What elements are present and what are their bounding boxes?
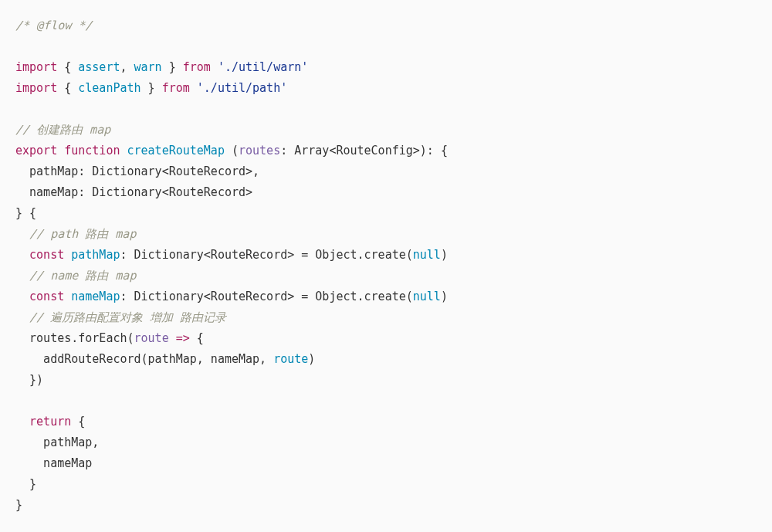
code-token: null (413, 248, 441, 262)
code-token: // path 路由 map (29, 227, 136, 241)
code-token: // 遍历路由配置对象 增加 路由记录 (29, 310, 226, 324)
code-token: const (29, 290, 64, 303)
code-token: nameMap (71, 290, 120, 303)
code-token: createRouteMap (127, 144, 225, 158)
code-token: const (29, 248, 64, 262)
code-token: // name 路由 map (29, 269, 136, 283)
code-token: import (15, 60, 57, 74)
code-token: from (162, 81, 190, 95)
code-token: route (134, 331, 169, 345)
code-token: from (183, 60, 211, 74)
code-token: function (64, 144, 120, 158)
code-token: export (15, 144, 57, 158)
code-token: // 创建路由 map (15, 123, 110, 137)
code-token: import (15, 81, 57, 95)
code-token: cleanPath (78, 81, 141, 95)
code-token: pathMap (71, 248, 120, 262)
code-token: return (29, 415, 71, 429)
code-token: warn (134, 60, 162, 74)
code-block: /* @flow */ import { assert, warn } from… (15, 15, 757, 516)
code-token: routes (239, 144, 280, 158)
code-token: route (273, 352, 308, 366)
code-token: => (176, 331, 190, 345)
code-token: null (413, 290, 441, 303)
code-token: './util/path' (197, 81, 287, 95)
code-token: './util/warn' (218, 60, 308, 74)
code-content: /* @flow */ import { assert, warn } from… (15, 19, 448, 512)
code-token: /* @flow */ (15, 19, 92, 32)
code-token: assert (78, 60, 120, 74)
